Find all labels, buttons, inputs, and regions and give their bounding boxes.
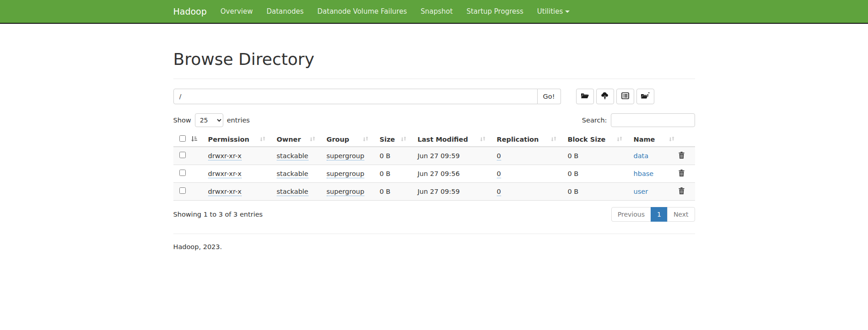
pagination: Previous 1 Next bbox=[611, 207, 695, 222]
size-cell: 0 B bbox=[380, 152, 391, 160]
move-to-folder-button[interactable] bbox=[636, 89, 654, 104]
sort-icon bbox=[362, 136, 369, 144]
file-link[interactable]: hbase bbox=[634, 170, 654, 177]
folder-move-icon bbox=[641, 92, 650, 101]
nav-utilities-label: Utilities bbox=[537, 7, 563, 16]
row-checkbox[interactable] bbox=[179, 152, 186, 158]
page-title: Browse Directory bbox=[173, 50, 695, 69]
table-row: drwxr-xr-x stackable supergroup 0 B Jun … bbox=[173, 165, 695, 182]
replication-cell[interactable]: 0 bbox=[497, 170, 501, 178]
path-input-group: Go! bbox=[173, 89, 561, 104]
file-operations-button[interactable] bbox=[616, 89, 634, 104]
sort-icon bbox=[669, 136, 675, 144]
path-bar: Go! bbox=[173, 89, 695, 104]
folder-open-icon bbox=[581, 92, 589, 101]
footer-divider bbox=[173, 234, 695, 234]
sort-icon bbox=[616, 136, 623, 144]
directory-table: Permission Owner Group Size Last Modifie… bbox=[173, 134, 695, 201]
delete-button[interactable] bbox=[678, 186, 685, 197]
trash-icon bbox=[679, 189, 685, 196]
entries-label: entries bbox=[227, 117, 250, 124]
path-input[interactable] bbox=[173, 89, 538, 104]
main-nav: Overview Datanodes Datanode Volume Failu… bbox=[214, 0, 577, 23]
nav-overview[interactable]: Overview bbox=[214, 0, 260, 23]
select-all-checkbox[interactable] bbox=[179, 135, 186, 142]
last-modified-cell: Jun 27 09:59 bbox=[418, 152, 460, 160]
navbar: Hadoop Overview Datanodes Datanode Volum… bbox=[0, 0, 868, 24]
sort-icon bbox=[550, 136, 557, 144]
group-cell[interactable]: supergroup bbox=[327, 188, 365, 196]
search-label: Search: bbox=[582, 117, 607, 124]
nav-datanode-volume-failures[interactable]: Datanode Volume Failures bbox=[311, 0, 414, 23]
group-cell[interactable]: supergroup bbox=[327, 152, 365, 160]
list-alt-icon bbox=[621, 92, 629, 101]
table-controls: Show 25 entries Search: bbox=[173, 113, 695, 127]
delete-button[interactable] bbox=[678, 169, 685, 179]
size-cell: 0 B bbox=[380, 188, 391, 195]
select-all-header bbox=[173, 134, 208, 147]
last-modified-cell: Jun 27 09:59 bbox=[418, 188, 460, 195]
nav-startup-progress[interactable]: Startup Progress bbox=[459, 0, 530, 23]
block-size-cell: 0 B bbox=[568, 170, 579, 177]
explorer-toolbar bbox=[576, 89, 654, 104]
file-link[interactable]: user bbox=[634, 188, 648, 195]
owner-cell[interactable]: stackable bbox=[277, 152, 308, 160]
block-size-cell: 0 B bbox=[568, 188, 579, 195]
page-1-button[interactable]: 1 bbox=[651, 207, 668, 222]
col-header-replication[interactable]: Replication bbox=[497, 134, 568, 147]
page-length-control: Show 25 entries bbox=[173, 113, 250, 127]
owner-cell[interactable]: stackable bbox=[277, 170, 308, 178]
cloud-upload-icon bbox=[600, 92, 609, 101]
divider bbox=[173, 79, 695, 79]
page-length-select[interactable]: 25 bbox=[195, 113, 223, 127]
upload-files-button[interactable] bbox=[596, 89, 614, 104]
chevron-down-icon bbox=[565, 11, 570, 13]
replication-cell[interactable]: 0 bbox=[497, 152, 501, 160]
trash-icon bbox=[679, 171, 685, 178]
permission-cell[interactable]: drwxr-xr-x bbox=[208, 188, 242, 196]
delete-button[interactable] bbox=[678, 151, 685, 161]
col-header-name[interactable]: Name bbox=[634, 134, 678, 147]
last-modified-cell: Jun 27 09:56 bbox=[418, 170, 460, 177]
sort-icon bbox=[400, 136, 407, 144]
table-row: drwxr-xr-x stackable supergroup 0 B Jun … bbox=[173, 147, 695, 165]
next-page-button[interactable]: Next bbox=[667, 207, 695, 222]
show-label: Show bbox=[173, 117, 191, 124]
permission-cell[interactable]: drwxr-xr-x bbox=[208, 152, 242, 160]
col-header-block-size[interactable]: Block Size bbox=[568, 134, 634, 147]
search-input[interactable] bbox=[611, 113, 695, 127]
trash-icon bbox=[679, 153, 685, 160]
go-button[interactable]: Go! bbox=[538, 89, 561, 104]
table-info: Showing 1 to 3 of 3 entries bbox=[173, 211, 263, 218]
col-header-owner[interactable]: Owner bbox=[277, 134, 327, 147]
group-cell[interactable]: supergroup bbox=[327, 170, 365, 178]
replication-cell[interactable]: 0 bbox=[497, 188, 501, 196]
block-size-cell: 0 B bbox=[568, 152, 579, 160]
row-checkbox[interactable] bbox=[179, 170, 186, 176]
sort-icon bbox=[309, 136, 316, 144]
col-header-actions bbox=[678, 134, 695, 147]
nav-snapshot[interactable]: Snapshot bbox=[414, 0, 459, 23]
col-header-size[interactable]: Size bbox=[380, 134, 418, 147]
brand-hadoop[interactable]: Hadoop bbox=[167, 0, 214, 23]
footer-text: Hadoop, 2023. bbox=[173, 243, 695, 250]
header-row: Permission Owner Group Size Last Modifie… bbox=[173, 134, 695, 147]
create-directory-button[interactable] bbox=[576, 89, 594, 104]
col-header-group[interactable]: Group bbox=[327, 134, 380, 147]
search-control: Search: bbox=[582, 113, 695, 127]
row-checkbox[interactable] bbox=[179, 187, 186, 194]
permission-cell[interactable]: drwxr-xr-x bbox=[208, 170, 242, 178]
col-header-last-modified[interactable]: Last Modified bbox=[418, 134, 497, 147]
file-link[interactable]: data bbox=[634, 152, 649, 160]
owner-cell[interactable]: stackable bbox=[277, 188, 308, 196]
previous-page-button[interactable]: Previous bbox=[611, 207, 651, 222]
sort-icon bbox=[259, 136, 266, 144]
nav-datanodes[interactable]: Datanodes bbox=[259, 0, 310, 23]
size-cell: 0 B bbox=[380, 170, 391, 177]
table-row: drwxr-xr-x stackable supergroup 0 B Jun … bbox=[173, 182, 695, 200]
nav-utilities-dropdown[interactable]: Utilities bbox=[530, 0, 577, 23]
col-header-permission[interactable]: Permission bbox=[208, 134, 277, 147]
sort-icon bbox=[480, 136, 486, 144]
sort-active-icon[interactable] bbox=[190, 136, 197, 144]
